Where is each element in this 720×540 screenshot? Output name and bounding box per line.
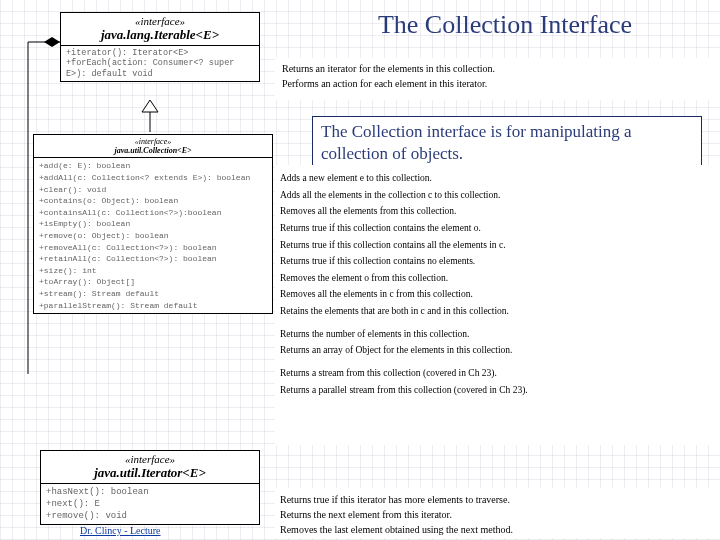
method-sig: +remove(): void <box>46 510 254 522</box>
desc: Retains the elements that are both in c … <box>280 303 710 320</box>
explain-box: The Collection interface is for manipula… <box>312 116 702 170</box>
desc: Adds all the elements in the collection … <box>280 187 710 204</box>
desc: Returns the number of elements in this c… <box>280 326 710 343</box>
desc: Returns an array of Object for the eleme… <box>280 342 710 359</box>
svg-marker-3 <box>44 37 60 47</box>
stereotype: «interface» <box>65 15 255 28</box>
uml-box-iterable: «interface» java.lang.Iterable<E> +itera… <box>60 12 260 82</box>
method-sig: +parallelStream(): Stream default <box>39 300 267 312</box>
method-sig: +isEmpty(): boolean <box>39 218 267 230</box>
method-sig: +next(): E <box>46 498 254 510</box>
method-sig: +size(): int <box>39 265 267 277</box>
desc: Removes the last element obtained using … <box>280 522 710 537</box>
method-sig: +stream(): Stream default <box>39 288 267 300</box>
uml-box-iterator: «interface» java.util.Iterator<E> +hasNe… <box>40 450 260 525</box>
page-title: The Collection Interface <box>300 10 710 40</box>
method-sig: +contains(o: Object): boolean <box>39 195 267 207</box>
desc: Returns true if this collection contains… <box>280 220 710 237</box>
class-name: java.util.Iterator<E> <box>45 466 255 481</box>
method-sig: +forEach(action: Consumer<? super E>): d… <box>66 58 254 79</box>
desc: Removes all the elements in c from this … <box>280 286 710 303</box>
footer-text: Dr. Clincy - Lecture <box>80 525 161 536</box>
desc: Adds a new element e to this collection. <box>280 170 710 187</box>
method-sig: +remove(o: Object): boolean <box>39 230 267 242</box>
method-sig: +add(e: E): boolean <box>39 160 267 172</box>
desc-list-iterator: Returns true if this iterator has more e… <box>280 492 710 537</box>
desc-list-collection: Adds a new element e to this collection.… <box>280 170 710 398</box>
method-sig: +removeAll(c: Collection<?>): boolean <box>39 242 267 254</box>
method-sig: +toArray(): Object[] <box>39 276 267 288</box>
method-sig: +clear(): void <box>39 184 267 196</box>
uml-inheritance-arrow <box>130 98 170 138</box>
desc: Returns true if this iterator has more e… <box>280 492 710 507</box>
uml-box-collection: «interface» java.util.Collection<E> +add… <box>33 134 273 314</box>
desc: Returns a stream from this collection (c… <box>280 365 710 382</box>
desc: Returns true if this collection contains… <box>280 237 710 254</box>
method-sig: +iterator(): Iterator<E> <box>66 48 254 59</box>
desc: Performs an action for each element in t… <box>282 77 712 92</box>
stereotype: «interface» <box>45 453 255 466</box>
svg-marker-1 <box>142 100 158 112</box>
method-sig: +addAll(c: Collection<? extends E>): boo… <box>39 172 267 184</box>
class-name: java.util.Collection<E> <box>38 146 268 155</box>
desc: Returns the next element from this itera… <box>280 507 710 522</box>
desc: Returns an iterator for the elements in … <box>282 62 712 77</box>
class-name: java.lang.Iterable<E> <box>65 28 255 43</box>
desc: Removes the element o from this collecti… <box>280 270 710 287</box>
desc: Returns a parallel stream from this coll… <box>280 382 710 399</box>
desc: Returns true if this collection contains… <box>280 253 710 270</box>
method-sig: +containsAll(c: Collection<?>):boolean <box>39 207 267 219</box>
desc-list-iterable: Returns an iterator for the elements in … <box>282 62 712 91</box>
slide: The Collection Interface «interface» jav… <box>0 0 720 540</box>
desc: Removes all the elements from this colle… <box>280 203 710 220</box>
stereotype: «interface» <box>38 137 268 146</box>
method-sig: +retainAll(c: Collection<?>): boolean <box>39 253 267 265</box>
method-sig: +hasNext(): boolean <box>46 486 254 498</box>
